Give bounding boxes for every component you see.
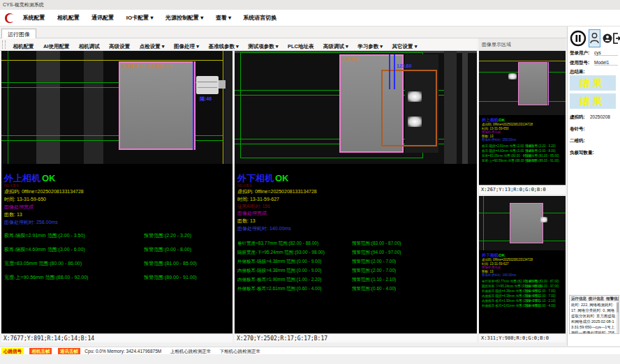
- info-tab-alarm[interactable]: 报警信息: [606, 296, 619, 301]
- toolbar-grip[interactable]: [2, 40, 6, 49]
- measure-value-label: 123.60: [397, 63, 411, 68]
- measurement-row: 内侧极耳-隔膜=4.38mm 范围:(0.00 - 9.00)预警范围:(2.0…: [237, 268, 475, 277]
- measure-value: 极耳-隔膜=2.91mm 范围:(2.00 - 3.50): [4, 232, 85, 239]
- menu-comm-config[interactable]: 通讯配置: [91, 10, 114, 26]
- machine-column: [224, 51, 232, 164]
- menu-language-switch[interactable]: 系统语言切换: [243, 10, 276, 26]
- time-line: 时间: 13-31-59-627: [237, 195, 317, 203]
- menu-camera-config[interactable]: 相机配置: [57, 10, 80, 26]
- tool-advanced-debug[interactable]: 高级调试 ▾: [323, 40, 348, 51]
- ai-box-label: AI检测框: [342, 56, 359, 63]
- tool-plc-address-table[interactable]: PLC地址表: [288, 40, 314, 51]
- led-highlight: [508, 73, 517, 79]
- process-done-line: 图像处理完成: [237, 209, 317, 217]
- left-pixel-status: X:7677;Y:891;R:14;G:14;B:14: [1, 333, 232, 342]
- upper-camera-heartbeat-status: 上相机心跳检测正常: [170, 347, 212, 355]
- tool-baseline-params[interactable]: 基准线参数 ▾: [208, 40, 238, 51]
- mid-pixel-status: X:270;Y:2502;R:17;G:17;B:17: [235, 333, 477, 342]
- info-tab-stats[interactable]: 统计信息: [589, 296, 604, 301]
- warn-range: 预警范围:(81.00 - 85.00): [144, 260, 197, 267]
- tool-other-settings[interactable]: 其它设置 ▾: [392, 40, 418, 51]
- cell-outline-pink: [518, 62, 549, 105]
- pause-button[interactable]: [569, 29, 587, 47]
- elapsed-line: 图像处理耗时: 258.00ms: [4, 218, 84, 226]
- info-tab-run[interactable]: 运行信息: [571, 296, 586, 301]
- exit-button[interactable]: [612, 29, 620, 47]
- tool-camera-config[interactable]: 相机配置: [13, 40, 34, 51]
- info-log-box: 运行信息统计信息报警信息 耗时: 222, 网络检测耗时: 17, 网络分类耗时…: [569, 295, 619, 334]
- model-label: 使用型号:: [570, 60, 589, 66]
- virtual-code-value: 20250208: [590, 114, 610, 119]
- measure-line-blue: [389, 54, 390, 89]
- cell-outline-pink: [510, 203, 543, 243]
- virtual-code-line: 虚拟码: 0ffline=20250208133134728: [237, 188, 317, 195]
- camera-dropframe-badge: 相机丢帧: [29, 348, 52, 354]
- camera-result-ok: OK: [42, 173, 56, 183]
- measure-value: 隔膜宽度-下=95.24mm 范围:(93.00 - 98.00): [237, 250, 325, 256]
- measure-value: 卷针宽度=83.77mm 范围:(82.00 - 88.00): [237, 241, 318, 247]
- thumb-lower-pixel-status: X:311;Y:980;R:0;G:0;B:0: [479, 333, 566, 342]
- thumb-upper-image[interactable]: [479, 51, 566, 115]
- tool-image-processing[interactable]: 图像处理 ▾: [174, 40, 199, 51]
- warn-range: 预警范围:(1.10 - 2.10): [352, 277, 396, 283]
- measurement-row: 宽度=83.05mm 范围:(80.00 - 86.00)预警范围:(81.00…: [4, 260, 230, 274]
- tab-strip: 运行图像: [0, 26, 567, 38]
- thumb-lower-image[interactable]: [479, 196, 566, 250]
- measurement-row: 内侧极耳-极耳=1.90mm 范围:(1.00 - 2.20)预警范围:(1.1…: [237, 277, 475, 286]
- camera-result-ok: OK: [499, 253, 505, 257]
- left-camera-image[interactable]: 灰度阈值:93, 动态阈值:100 隔:46: [1, 51, 232, 164]
- measure-value: 极耳-隔膜=4.60mm 范围:(3.00 - 6.00): [4, 246, 85, 253]
- virtual-code-line: 虚拟码: 0ffline=20250208133134728: [482, 123, 533, 127]
- mid-result-block: 外下相机OK NG:0,B:0 虚拟码: 0ffline=20250208133…: [237, 174, 317, 232]
- measure-value: 外侧极耳-隔膜=4.38mm 范围:(0.00 - 9.00): [237, 259, 321, 265]
- bottom-status-bar: 心跳信号 相机丢帧 通讯丢帧 Cpu: 0.0% Memory: 3424.41…: [0, 347, 620, 354]
- tool-advanced-settings[interactable]: 高级设置: [109, 40, 130, 51]
- edge-line-green: [8, 51, 8, 164]
- tool-camera-debug[interactable]: 相机调试: [79, 40, 100, 51]
- app-logo-icon: [3, 11, 17, 28]
- comm-dropframe-badge: 通讯丢帧: [58, 348, 80, 354]
- process-done-line: 图像处理完成: [4, 203, 84, 211]
- warn-range: 预警范围:(89.00 - 91.00): [144, 274, 197, 281]
- tool-learning-params[interactable]: 学习参数 ▾: [357, 40, 383, 51]
- baseline-yellow-h: [1, 60, 223, 61]
- result-box-lower: 结果: [570, 93, 616, 109]
- menu-system-config[interactable]: 系统配置: [22, 10, 45, 26]
- time-line: 时间: 13-31-59-650: [4, 195, 84, 203]
- menu-view[interactable]: 查看 ▾: [216, 10, 231, 26]
- measurement-row: 隔膜宽度-下=95.24mm 范围:(93.00 - 98.00)预警范围:(9…: [237, 250, 475, 259]
- left-result-block: 外上相机OK NG:0,B:0 虚拟码: 0ffline=20250208133…: [4, 174, 84, 226]
- connector-part: [196, 76, 219, 94]
- camera-name: 外下相机: [482, 253, 499, 257]
- camera-name: 外上相机: [4, 173, 40, 183]
- menu-io-config[interactable]: IO卡配置 ▾: [126, 10, 154, 26]
- thumb-lower-camera-panel[interactable]: 外下相机OK 虚拟码: 0ffline=20250208133134728 时间…: [479, 196, 566, 342]
- user-login-button[interactable]: [589, 29, 600, 47]
- menu-bar: 系统配置 相机配置 通讯配置 IO卡配置 ▾ 光源控制配置 ▾ 查看 ▾ 系统语…: [0, 10, 620, 26]
- mid-camera-panel: AI检测框 123.60 外下相机OK NG:0,B:0 虚拟码: 0fflin…: [235, 51, 477, 342]
- warn-range: 预警范围:(2.20 - 3.20): [144, 232, 191, 239]
- tool-spotcheck-settings[interactable]: 点检设置 ▾: [140, 40, 165, 51]
- result-text: 结果: [580, 77, 606, 89]
- measure-value: 宽度=83.05mm 范围:(80.00 - 86.00): [4, 260, 82, 267]
- result-box-upper: 结果: [570, 75, 616, 91]
- tool-ai-usage-config[interactable]: AI使用配置: [43, 40, 70, 51]
- mid-measurement-list: 卷针宽度=83.77mm 范围:(82.00 - 88.00)预警范围:(83.…: [237, 241, 475, 295]
- measurement-row: 外侧极耳-极耳=2.61mm 范围:(0.60 - 4.00)预警范围:(0.6…: [237, 286, 475, 295]
- measure-value: 宽度-上=90.56mm 范围:(88.00 - 92.00): [4, 274, 88, 281]
- info-scrollbar[interactable]: [617, 301, 619, 333]
- measurement-row: 外侧极耳-隔膜=4.38mm 范围:(0.00 - 9.00)预警范围:(2.0…: [237, 259, 475, 268]
- tool-test-params[interactable]: 测试项参数 ▾: [248, 40, 278, 51]
- mid-camera-image[interactable]: AI检测框 123.60: [235, 51, 477, 164]
- cell-outline-pink: 灰度阈值:93, 动态阈值:100: [119, 61, 195, 150]
- lower-camera-heartbeat-status: 下相机心跳检测正常: [220, 347, 261, 355]
- thumb-upper-camera-panel[interactable]: 外上相机OK 虚拟码: 0ffline=20250208133134728 时间…: [479, 51, 566, 194]
- measure-value: 内侧极耳-极耳=1.90mm 范围:(1.00 - 2.20): [237, 277, 321, 283]
- user-settings-button[interactable]: [602, 29, 612, 47]
- camera-result-ok: OK: [275, 173, 289, 183]
- threshold-overlay-label: 灰度阈值:93, 动态阈值:100: [121, 63, 171, 70]
- menu-light-config[interactable]: 光源控制配置 ▾: [165, 10, 203, 26]
- gap-overlay-label: 隔:46: [200, 96, 212, 103]
- right-sidebar: 登录用户: cys 使用型号: Model1 总结果: 结果 结果 虚拟码: 2…: [567, 26, 620, 346]
- write-count-label: 负极写数量:: [570, 150, 594, 156]
